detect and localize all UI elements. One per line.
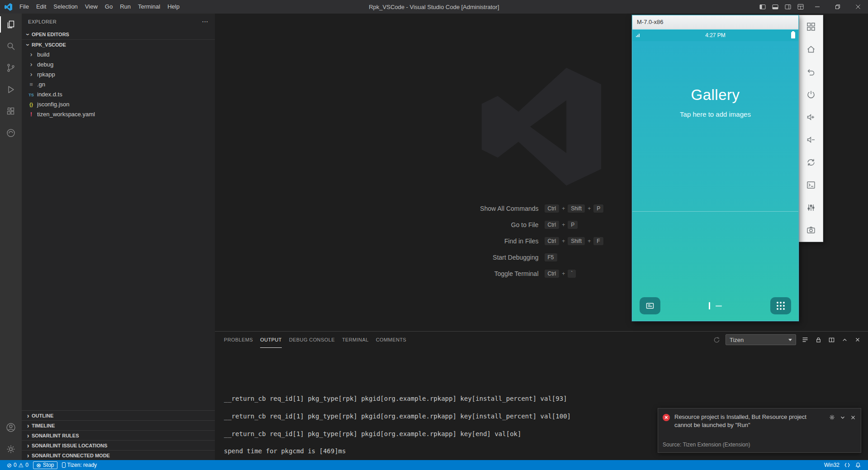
panel-tab[interactable]: COMMENTS bbox=[376, 332, 406, 348]
shell-icon[interactable] bbox=[799, 174, 823, 196]
lock-scroll-icon[interactable] bbox=[814, 336, 822, 344]
status-bar-right: Win32 bbox=[822, 460, 863, 470]
emulator-screen[interactable]: 4:27 PM Gallery Tap here to add images bbox=[632, 29, 798, 321]
account-icon[interactable] bbox=[0, 417, 22, 438]
bell-icon[interactable] bbox=[853, 460, 863, 470]
file-tree-item[interactable]: debug bbox=[22, 59, 215, 69]
gallery-app-hint[interactable]: Tap here to add images bbox=[632, 110, 798, 118]
pane-label: SONARLINT CONNECTED MODE bbox=[32, 453, 110, 458]
menu-item[interactable]: Terminal bbox=[134, 0, 164, 14]
maximize-panel-icon[interactable] bbox=[840, 336, 849, 344]
key-separator: + bbox=[562, 238, 565, 244]
tizen-icon[interactable] bbox=[0, 122, 22, 144]
customize-layout-icon[interactable] bbox=[794, 0, 807, 14]
emulator-title-bar[interactable]: M-7.0-x86 bbox=[632, 15, 798, 29]
menu-item[interactable]: View bbox=[81, 0, 101, 14]
search-icon[interactable] bbox=[0, 35, 22, 57]
file-tree-item[interactable]: index.d.ts bbox=[22, 89, 215, 99]
notification-gear-icon[interactable] bbox=[829, 414, 835, 421]
chevron-down-icon: › bbox=[25, 41, 31, 48]
platform-status[interactable]: Win32 bbox=[822, 460, 842, 470]
key-separator: + bbox=[588, 238, 591, 244]
chevron-down-icon[interactable] bbox=[840, 414, 846, 421]
remote-icon[interactable] bbox=[842, 460, 853, 470]
tizen-status[interactable]: Tizen: ready bbox=[60, 460, 100, 470]
recent-apps-button[interactable] bbox=[640, 297, 660, 314]
refresh-icon[interactable] bbox=[712, 336, 721, 344]
problems-status[interactable]: ⊘ 0 ⚠ 0 bbox=[5, 460, 31, 470]
minimize-button[interactable] bbox=[807, 0, 827, 14]
file-label: tizen_workspace.yaml bbox=[37, 111, 95, 118]
back-icon[interactable] bbox=[799, 61, 823, 83]
file-tree-item[interactable]: rpkapp bbox=[22, 69, 215, 79]
close-panel-icon[interactable] bbox=[854, 336, 862, 344]
home-icon[interactable] bbox=[799, 38, 823, 61]
panel-tab[interactable]: DEBUG CONSOLE bbox=[289, 332, 335, 348]
sidebar-pane-header[interactable]: › OUTLINE bbox=[22, 410, 215, 420]
explorer-icon[interactable] bbox=[0, 14, 22, 35]
menu-item[interactable]: Go bbox=[101, 0, 116, 14]
close-window-button[interactable] bbox=[848, 0, 868, 14]
toggle-panel-icon[interactable] bbox=[769, 0, 782, 14]
menu-item[interactable]: Selection bbox=[50, 0, 81, 14]
sidebar-pane-header[interactable]: › SONARLINT ISSUE LOCATIONS bbox=[22, 440, 215, 450]
restore-button[interactable] bbox=[827, 0, 848, 14]
panel-tab[interactable]: TERMINAL bbox=[342, 332, 369, 348]
menu-item[interactable]: Edit bbox=[33, 0, 50, 14]
open-editors-label: OPEN EDITORS bbox=[32, 32, 69, 37]
controls-icon[interactable] bbox=[799, 196, 823, 219]
workspace-root-section[interactable]: › RPK_VSCODE bbox=[22, 39, 215, 49]
power-icon[interactable] bbox=[799, 83, 823, 106]
camera-icon[interactable] bbox=[799, 219, 823, 242]
keycap: Ctrl bbox=[545, 237, 560, 245]
sidebar-pane-header[interactable]: › TIMELINE bbox=[22, 420, 215, 430]
panel-actions: Tizen bbox=[712, 334, 862, 345]
file-tree: build debug rpkapp .gn bbox=[22, 49, 215, 121]
panel-tab[interactable]: PROBLEMS bbox=[224, 332, 253, 348]
app-drawer-button[interactable] bbox=[770, 297, 791, 314]
file-label: jsconfig.json bbox=[37, 101, 70, 108]
sidebar-pane-header[interactable]: › SONARLINT CONNECTED MODE bbox=[22, 450, 215, 460]
file-tree-item[interactable]: jsconfig.json bbox=[22, 99, 215, 109]
split-panel-icon[interactable] bbox=[827, 336, 835, 344]
close-notification-icon[interactable] bbox=[850, 414, 856, 421]
file-tree-item[interactable]: .gn bbox=[22, 79, 215, 89]
warnings-icon: ⚠ bbox=[19, 462, 24, 468]
word-wrap-icon[interactable] bbox=[801, 336, 809, 344]
volume-up-icon[interactable] bbox=[799, 106, 823, 128]
vscode-watermark-logo bbox=[482, 67, 601, 186]
shortcut-label: Start Debugging bbox=[215, 254, 539, 261]
file-tree-item[interactable]: build bbox=[22, 49, 215, 59]
extensions-icon[interactable] bbox=[0, 100, 22, 122]
sidebar-pane-header[interactable]: › SONARLINT RULES bbox=[22, 430, 215, 440]
panel-tab[interactable]: OUTPUT bbox=[260, 332, 282, 348]
file-label: index.d.ts bbox=[37, 91, 62, 98]
source-control-icon[interactable] bbox=[0, 57, 22, 79]
volume-down-icon[interactable] bbox=[799, 128, 823, 151]
more-actions-icon[interactable]: ··· bbox=[202, 19, 209, 24]
menu-item[interactable]: Run bbox=[116, 0, 134, 14]
error-icon bbox=[663, 414, 670, 421]
menu-item[interactable]: Help bbox=[164, 0, 183, 14]
keycap: P bbox=[593, 204, 603, 213]
output-channel-select[interactable]: Tizen bbox=[726, 334, 796, 345]
file-tree-item[interactable]: tizen_workspace.yaml bbox=[22, 109, 215, 119]
open-editors-section[interactable]: › OPEN EDITORS bbox=[22, 29, 215, 39]
status-time: 4:27 PM bbox=[632, 32, 798, 38]
shortcut-label: Toggle Terminal bbox=[215, 270, 539, 277]
stop-button[interactable]: ⊗ Stop bbox=[33, 461, 57, 469]
settings-gear-icon[interactable] bbox=[0, 438, 22, 460]
gallery-app-screen[interactable]: Gallery Tap here to add images bbox=[632, 41, 798, 321]
toggle-sidebar-icon[interactable] bbox=[756, 0, 769, 14]
toggle-secondary-sidebar-icon[interactable] bbox=[782, 0, 794, 14]
keycap: P bbox=[568, 221, 578, 229]
sidebar-header: EXPLORER ··· bbox=[22, 14, 215, 29]
chevron-down-icon: › bbox=[25, 31, 31, 38]
menu-item[interactable]: File bbox=[16, 0, 33, 14]
grid-icon[interactable] bbox=[799, 15, 823, 38]
run-debug-icon[interactable] bbox=[0, 79, 22, 100]
panel-tab-bar: PROBLEMSOUTPUTDEBUG CONSOLETERMINALCOMME… bbox=[215, 332, 868, 348]
rotate-icon[interactable] bbox=[799, 151, 823, 174]
workspace-root-label: RPK_VSCODE bbox=[32, 42, 66, 47]
keycap: F5 bbox=[545, 253, 557, 261]
